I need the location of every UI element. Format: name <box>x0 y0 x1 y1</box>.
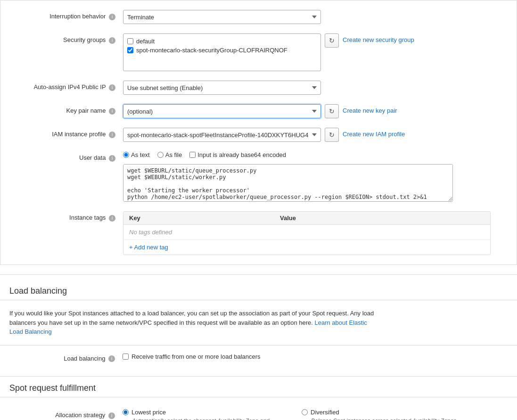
user-data-base64-label: Input is already base64 encoded <box>197 151 286 158</box>
load-balancing-form-label: Load balancing i <box>9 352 123 362</box>
key-pair-refresh-button[interactable]: ↻ <box>325 104 339 118</box>
user-data-text-option: As text <box>123 151 150 158</box>
iam-profile-label: IAM instance profile i <box>10 128 123 138</box>
allocation-strategy-row: Allocation strategy i Lowest price Autom… <box>0 402 517 420</box>
interruption-behavior-row: Interruption behavior i Terminate Stop H… <box>0 5 517 29</box>
security-groups-control: default spot-montecarlo-stack-securityGr… <box>123 33 507 71</box>
spot-fulfillment-title: Spot request fulfillment <box>0 377 517 397</box>
iam-profile-control: spot-montecarlo-stack-spotFleetInstanceP… <box>123 128 507 142</box>
key-pair-select[interactable]: (optional) <box>123 104 321 118</box>
security-group-checkbox-spot[interactable] <box>127 47 133 53</box>
security-groups-box: default spot-montecarlo-stack-securityGr… <box>123 33 321 71</box>
user-data-row: User data i As text As file Input is al <box>0 147 517 206</box>
label-text: Interruption behavior <box>49 13 106 20</box>
security-group-item-default: default <box>127 37 317 46</box>
security-group-checkbox-default[interactable] <box>127 38 133 44</box>
lowest-price-option: Lowest price Automatically select the ch… <box>123 409 283 420</box>
diversified-desc: Balance Spot instances across selected A… <box>302 418 462 420</box>
lowest-price-label-row: Lowest price <box>123 409 283 416</box>
tags-col-value-header: Value <box>280 214 484 222</box>
load-balancing-checkbox-item: Receive traffic from one or more load ba… <box>123 352 261 361</box>
key-pair-control: (optional) ↻ Create new key pair <box>123 104 507 118</box>
user-data-text-radio[interactable] <box>123 152 129 158</box>
load-balancing-section: Load balancing If you would like your Sp… <box>0 274 517 367</box>
user-data-label: User data i <box>10 151 123 162</box>
label-text: Key pair name <box>66 107 106 114</box>
refresh-icon: ↻ <box>329 131 335 139</box>
create-key-pair-link[interactable]: Create new key pair <box>343 104 397 114</box>
interruption-behavior-label: Interruption behavior i <box>10 10 123 20</box>
allocation-strategy-label: Allocation strategy i <box>9 409 123 419</box>
create-security-group-link[interactable]: Create new security group <box>343 33 414 43</box>
load-balancing-info-icon[interactable]: i <box>108 355 115 362</box>
user-data-base64-checkbox[interactable] <box>189 152 196 158</box>
iam-profile-select[interactable]: spot-montecarlo-stack-spotFleetInstanceP… <box>123 128 321 142</box>
load-balancing-control: Receive traffic from one or more load ba… <box>123 352 508 361</box>
tags-no-tags-message: No tags defined <box>123 225 490 239</box>
user-data-file-label: As file <box>165 151 182 158</box>
allocation-strategy-control: Lowest price Automatically select the ch… <box>123 409 508 420</box>
user-data-options: As text As file Input is already base64 … <box>123 151 286 158</box>
spot-fulfillment-section: Spot request fulfillment Allocation stra… <box>0 376 517 420</box>
user-data-file-radio[interactable] <box>157 152 164 158</box>
security-group-label-spot: spot-montecarlo-stack-securityGroup-CLOF… <box>136 47 287 54</box>
label-text: IAM instance profile <box>52 131 106 138</box>
security-groups-row: Security groups i default spot-montecarl… <box>0 29 517 76</box>
tags-col-key-header: Key <box>129 214 280 222</box>
key-pair-info-icon[interactable]: i <box>109 108 115 115</box>
auto-assign-ip-label: Auto-assign IPv4 Public IP i <box>10 81 123 91</box>
label-text: User data <box>79 154 106 161</box>
user-data-textarea[interactable]: wget $WEBURL/static/queue_processor.py w… <box>123 164 453 202</box>
user-data-text-label: As text <box>131 151 150 158</box>
refresh-icon: ↻ <box>329 107 335 115</box>
interruption-behavior-select[interactable]: Terminate Stop Hibernate <box>123 10 321 24</box>
diversified-label-row: Diversified <box>302 409 462 416</box>
label-text: Instance tags <box>69 214 106 221</box>
iam-profile-row: IAM instance profile i spot-montecarlo-s… <box>0 123 517 147</box>
lowest-price-radio[interactable] <box>123 409 129 415</box>
refresh-icon: ↻ <box>329 37 335 44</box>
diversified-radio[interactable] <box>302 409 308 415</box>
allocation-options: Lowest price Automatically select the ch… <box>123 409 462 420</box>
security-group-item-spot: spot-montecarlo-stack-securityGroup-CLOF… <box>127 46 317 55</box>
load-balancing-title: Load balancing <box>0 280 517 300</box>
label-text: Allocation strategy <box>55 412 105 419</box>
key-pair-label: Key pair name i <box>10 104 123 115</box>
iam-profile-refresh-button[interactable]: ↻ <box>325 128 339 142</box>
instance-tags-control: Key Value No tags defined + Add new tag <box>123 211 507 255</box>
auto-assign-ip-control: Use subnet setting (Enable) Enable Disab… <box>123 81 507 95</box>
load-balancing-form-row: Load balancing i Receive traffic from on… <box>0 345 517 367</box>
create-iam-profile-link[interactable]: Create new IAM profile <box>343 128 405 138</box>
interruption-behavior-control: Terminate Stop Hibernate <box>123 10 507 24</box>
instance-tags-table: Key Value No tags defined + Add new tag <box>123 211 491 255</box>
lowest-price-desc: Automatically select the cheapest Availa… <box>123 418 283 420</box>
key-pair-row: Key pair name i (optional) ↻ Create new … <box>0 99 517 123</box>
load-balancing-description: If you would like your Spot instances at… <box>0 305 386 341</box>
security-group-label-default: default <box>136 38 155 45</box>
user-data-base64-option: Input is already base64 encoded <box>189 151 286 158</box>
security-groups-label: Security groups i <box>10 33 123 44</box>
auto-assign-ip-row: Auto-assign IPv4 Public IP i Use subnet … <box>0 76 517 99</box>
iam-profile-info-icon[interactable]: i <box>109 132 115 138</box>
auto-assign-ip-select[interactable]: Use subnet setting (Enable) Enable Disab… <box>123 81 321 95</box>
allocation-strategy-info-icon[interactable]: i <box>108 412 115 419</box>
interruption-info-icon[interactable]: i <box>109 14 115 20</box>
user-data-control: As text As file Input is already base64 … <box>123 151 507 202</box>
diversified-option: Diversified Balance Spot instances acros… <box>302 409 462 420</box>
user-data-info-icon[interactable]: i <box>109 155 115 162</box>
security-groups-refresh-button[interactable]: ↻ <box>325 33 339 48</box>
load-balancing-checkbox[interactable] <box>123 354 129 360</box>
user-data-file-option: As file <box>157 151 182 158</box>
load-balancing-checkbox-label: Receive traffic from one or more load ba… <box>131 353 261 360</box>
label-text: Security groups <box>63 36 106 43</box>
instance-tags-label: Instance tags i <box>10 211 123 222</box>
label-text: Load balancing <box>64 355 105 362</box>
diversified-label: Diversified <box>311 409 339 416</box>
add-tag-link[interactable]: + Add new tag <box>123 239 490 255</box>
instance-tags-info-icon[interactable]: i <box>109 215 115 222</box>
label-text: Auto-assign IPv4 Public IP <box>33 83 106 91</box>
security-groups-info-icon[interactable]: i <box>109 37 115 44</box>
auto-assign-ip-info-icon[interactable]: i <box>109 84 115 91</box>
instance-tags-row: Instance tags i Key Value No tags define… <box>0 206 517 260</box>
tags-table-header: Key Value <box>123 212 490 225</box>
